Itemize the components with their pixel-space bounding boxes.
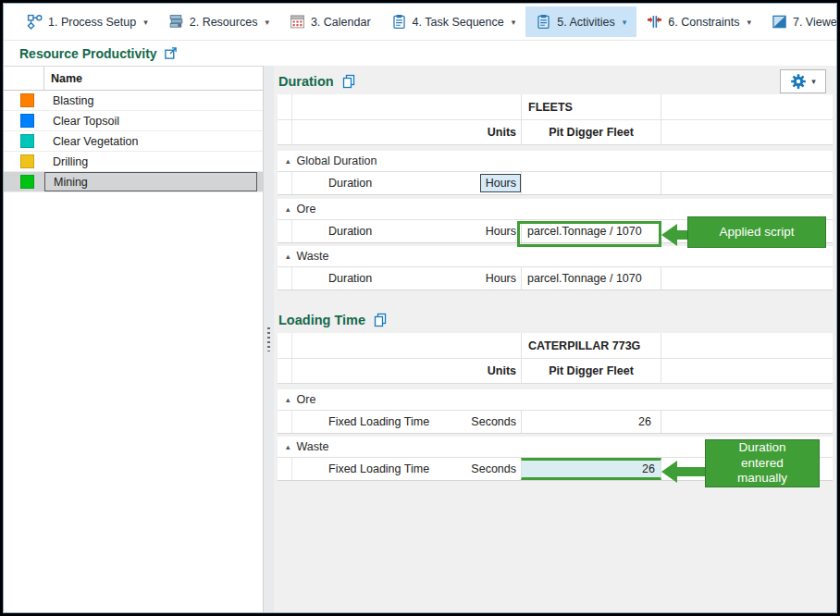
- units-column-header: Units: [468, 359, 521, 383]
- row-label: Fixed Loading Time: [292, 458, 468, 480]
- copy-icon[interactable]: [341, 74, 356, 89]
- tab-label: 6. Constraints: [668, 16, 739, 29]
- tab-task-sequence[interactable]: 4. Task Sequence ▾: [381, 6, 526, 37]
- list-item-blasting[interactable]: Blasting: [4, 91, 263, 111]
- tab-label: 3. Calendar: [311, 16, 371, 29]
- list-item-clear-topsoil[interactable]: Clear Topsoil: [4, 111, 263, 131]
- calendar-icon: [290, 14, 305, 30]
- panel-splitter[interactable]: [263, 66, 274, 612]
- table-row: Duration Hours parcel.Tonnage / 1070: [278, 267, 833, 290]
- main-split: Name Blasting Clear Topsoil Clear Vegeta…: [4, 66, 836, 612]
- chevron-down-icon: ▾: [811, 77, 816, 86]
- tab-process-setup[interactable]: 1. Process Setup ▾: [17, 6, 158, 37]
- open-external-icon[interactable]: [164, 46, 178, 60]
- panel-header: Resource Productivity: [4, 41, 836, 66]
- color-column-header: [4, 67, 44, 90]
- color-swatch: [20, 175, 34, 189]
- tab-activities[interactable]: 5. Activities ▾: [525, 6, 636, 37]
- loading-section-header: Loading Time: [274, 309, 836, 333]
- list-item-drilling[interactable]: Drilling: [4, 152, 263, 172]
- resource-name: Clear Topsoil: [44, 111, 257, 130]
- group-name: Ore: [297, 203, 316, 216]
- chevron-down-icon: ▾: [512, 18, 516, 27]
- loading-title: Loading Time: [278, 313, 365, 327]
- chevron-down-icon: ▾: [265, 18, 269, 27]
- row-label: Duration: [292, 267, 468, 290]
- duration-table-header: FLEETS Units Pit Digger Fleet: [278, 94, 833, 145]
- units-cell: Hours: [468, 267, 521, 290]
- name-column-header: Name: [44, 72, 82, 85]
- value-cell[interactable]: [521, 172, 661, 194]
- color-swatch: [20, 93, 34, 107]
- list-item-mining[interactable]: Mining: [4, 172, 263, 192]
- collapse-icon[interactable]: ▴: [286, 156, 290, 166]
- window-frame: 1. Process Setup ▾ 2. Resources ▾: [0, 0, 840, 616]
- constraints-icon: [647, 14, 662, 30]
- resource-name: Blasting: [44, 91, 257, 110]
- duration-title: Duration: [278, 74, 334, 89]
- chevron-down-icon: ▾: [623, 18, 627, 27]
- resource-name: Drilling: [44, 152, 257, 171]
- annotation-arrow-icon: [661, 461, 705, 483]
- group-header-ore[interactable]: ▴ Ore: [278, 389, 833, 411]
- units-cell: Seconds: [468, 411, 521, 433]
- color-swatch: [20, 114, 34, 128]
- script-value-cell[interactable]: parcel.Tonnage / 1070: [521, 220, 661, 242]
- group-name: Ore: [297, 393, 316, 406]
- resource-name: Mining: [44, 172, 257, 191]
- activities-icon: [536, 14, 551, 30]
- group-name: Waste: [297, 440, 329, 453]
- viewer-icon: [772, 14, 787, 30]
- table-row: Fixed Loading Time Seconds 26: [278, 411, 833, 434]
- row-label: Duration: [292, 172, 468, 194]
- tab-constraints[interactable]: 6. Constraints ▾: [636, 6, 761, 37]
- color-swatch: [20, 154, 34, 168]
- manual-value-cell[interactable]: 26: [521, 458, 661, 480]
- collapse-icon[interactable]: ▴: [286, 204, 290, 214]
- activities-detail-panel: Duration ▾: [274, 66, 836, 612]
- waste-duration-group: ▴ Waste Duration Hours parcel.Tonnage / …: [278, 246, 833, 290]
- main-tabbar: 1. Process Setup ▾ 2. Resources ▾: [4, 4, 836, 41]
- app-window: 1. Process Setup ▾ 2. Resources ▾: [3, 3, 837, 613]
- value-cell[interactable]: 26: [521, 411, 661, 433]
- settings-button[interactable]: ▾: [780, 69, 826, 93]
- tab-label: 2. Resources: [190, 16, 258, 29]
- fleets-group-header: CATERPILLAR 773G: [521, 333, 661, 358]
- script-value-cell[interactable]: parcel.Tonnage / 1070: [521, 267, 661, 290]
- tab-calendar[interactable]: 3. Calendar: [279, 6, 381, 37]
- fleets-group-header: FLEETS: [521, 94, 661, 119]
- global-duration-group: ▴ Global Duration Duration Hours: [278, 151, 833, 195]
- resource-list-panel: Name Blasting Clear Topsoil Clear Vegeta…: [4, 66, 263, 612]
- tab-label: 5. Activities: [557, 16, 615, 29]
- tab-label: 7. Viewer: [793, 16, 837, 29]
- tab-viewer[interactable]: 7. Viewer: [761, 6, 837, 37]
- units-cell: Seconds: [468, 458, 521, 480]
- collapse-icon[interactable]: ▴: [286, 442, 290, 451]
- tab-resources[interactable]: 2. Resources ▾: [158, 6, 279, 37]
- fleet-column-header: Pit Digger Fleet: [521, 120, 661, 144]
- group-name: Waste: [297, 250, 329, 263]
- tab-label: 1. Process Setup: [48, 16, 136, 29]
- copy-icon[interactable]: [373, 313, 388, 327]
- splitter-grip-icon: [267, 327, 270, 351]
- table-row: Duration Hours: [278, 172, 833, 195]
- units-cell-selected[interactable]: Hours: [480, 174, 521, 192]
- collapse-icon[interactable]: ▴: [286, 395, 290, 404]
- group-header-global-duration[interactable]: ▴ Global Duration: [278, 151, 833, 172]
- row-label: Fixed Loading Time: [292, 411, 468, 433]
- duration-section-header: Duration: [274, 66, 836, 94]
- group-header-waste[interactable]: ▴ Waste: [278, 246, 833, 267]
- tab-label: 4. Task Sequence: [413, 16, 504, 29]
- chevron-down-icon: ▾: [143, 18, 148, 27]
- list-item-clear-vegetation[interactable]: Clear Vegetation: [4, 131, 263, 152]
- process-setup-icon: [27, 14, 43, 30]
- list-header-row: Name: [4, 67, 263, 91]
- annotation-arrow-icon: [661, 224, 687, 246]
- collapse-icon[interactable]: ▴: [286, 252, 290, 261]
- gear-icon: [790, 73, 807, 90]
- group-name: Global Duration: [297, 154, 377, 167]
- resource-name: Clear Vegetation: [44, 131, 257, 151]
- resources-icon: [168, 14, 184, 30]
- color-swatch: [20, 134, 34, 148]
- ore-loading-group: ▴ Ore Fixed Loading Time Seconds 26: [278, 389, 833, 434]
